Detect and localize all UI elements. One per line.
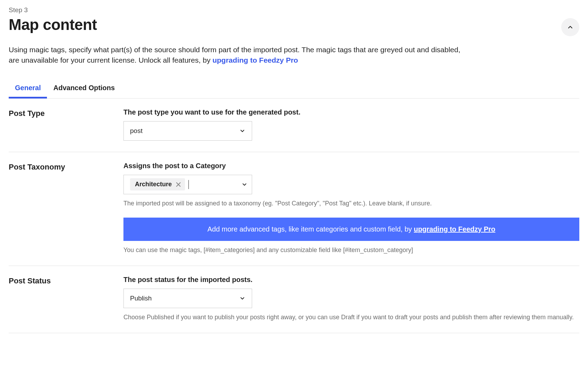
post-type-select[interactable]: post [123, 121, 252, 141]
taxonomy-chip: Architecture [130, 178, 185, 190]
remove-chip-button[interactable] [175, 181, 182, 188]
page-title: Map content [9, 16, 97, 33]
step-label: Step 3 [9, 6, 579, 14]
text-cursor [188, 180, 189, 189]
tab-general[interactable]: General [15, 80, 41, 98]
upgrade-banner-text: Add more advanced tags, like item catego… [207, 225, 414, 233]
section-post-taxonomy: Post Taxonomy Assigns the post to a Cate… [9, 152, 579, 266]
tab-advanced-options[interactable]: Advanced Options [53, 80, 115, 98]
status-value: Publish [130, 295, 152, 302]
close-icon [175, 181, 182, 188]
chevron-down-icon [239, 295, 245, 301]
taxonomy-label: Post Taxonomy [9, 162, 123, 254]
section-post-status: Post Status The post status for the impo… [9, 266, 579, 333]
upgrade-link-intro[interactable]: upgrading to Feedzy Pro [212, 56, 298, 64]
chevron-up-icon [567, 24, 574, 31]
upgrade-link-banner[interactable]: upgrading to Feedzy Pro [414, 225, 495, 233]
post-status-select[interactable]: Publish [123, 289, 252, 308]
post-type-label: Post Type [9, 108, 123, 141]
section-post-type: Post Type The post type you want to use … [9, 99, 579, 152]
taxonomy-help: The imported post will be assigned to a … [123, 199, 579, 208]
post-type-value: post [130, 127, 143, 135]
chevron-down-icon [239, 128, 245, 134]
taxonomy-magic-help: You can use the magic tags, [#item_categ… [123, 246, 579, 254]
status-label: Post Status [9, 276, 123, 322]
status-help: Choose Published if you want to publish … [123, 313, 579, 322]
post-type-desc: The post type you want to use for the ge… [123, 108, 579, 116]
status-desc: The post status for the imported posts. [123, 276, 579, 284]
chevron-down-icon [241, 181, 248, 188]
intro-text: Using magic tags, specify what part(s) o… [9, 45, 464, 66]
taxonomy-chip-label: Architecture [135, 181, 172, 188]
collapse-toggle[interactable] [561, 18, 579, 36]
taxonomy-desc: Assigns the post to a Category [123, 162, 579, 170]
tabs: General Advanced Options [9, 80, 579, 99]
upgrade-banner: Add more advanced tags, like item catego… [123, 218, 579, 241]
taxonomy-select[interactable]: Architecture [123, 175, 252, 194]
